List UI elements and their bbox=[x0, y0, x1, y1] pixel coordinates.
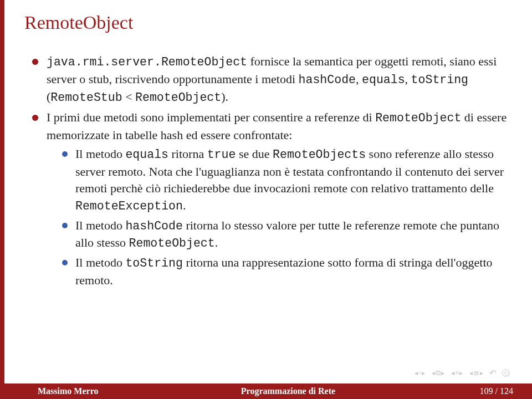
code-segment: true bbox=[207, 148, 236, 161]
code-segment: toString bbox=[411, 73, 468, 86]
overlap-icon: ⧉ bbox=[436, 369, 441, 377]
code-segment: equals bbox=[125, 148, 168, 161]
triangle-right-icon: ▸ bbox=[459, 369, 463, 377]
code-segment: RemoteStub bbox=[50, 91, 122, 104]
code-segment: RemoteObject bbox=[375, 111, 461, 125]
nav-first-group[interactable]: ◂▫▸ bbox=[414, 369, 426, 377]
nav-section-group[interactable]: ◂⧉▸ bbox=[431, 369, 445, 377]
sub-bullet-item-1: Il metodo equals ritorna true se due Rem… bbox=[62, 146, 508, 214]
footer-bar: Massimo Merro Programmazione di Rete 109… bbox=[0, 383, 532, 399]
bullet-item-2: I primi due metodi sono implementati per… bbox=[32, 109, 508, 289]
code-segment: equals bbox=[362, 73, 405, 86]
text-segment: . bbox=[215, 236, 218, 249]
text-segment: se due bbox=[236, 147, 273, 161]
bullet-list: java.rmi.server.RemoteObject fornisce la… bbox=[24, 53, 508, 289]
nav-frame-group[interactable]: ◂≣▸ bbox=[469, 369, 484, 377]
text-segment: , bbox=[356, 72, 362, 86]
triangle-right-icon: ▸ bbox=[479, 369, 484, 377]
nav-back-icon[interactable]: ↶ bbox=[489, 368, 497, 378]
code-segment: RemoteObject bbox=[129, 237, 215, 250]
footer-title: Programmazione di Rete bbox=[166, 386, 410, 396]
text-segment: Il metodo bbox=[75, 218, 125, 232]
sub-bullet-list: Il metodo equals ritorna true se due Rem… bbox=[47, 146, 508, 289]
code-segment: RemoteException bbox=[75, 200, 183, 213]
code-segment: hashCode bbox=[299, 73, 356, 86]
triangle-left-icon: ◂ bbox=[431, 369, 436, 377]
nav-subsection-group[interactable]: ◂≡▸ bbox=[451, 369, 463, 377]
footer-page-number: 109 / 124 bbox=[410, 386, 532, 396]
nav-search-icon[interactable] bbox=[502, 369, 510, 377]
triangle-right-icon: ▸ bbox=[441, 369, 445, 377]
lines-icon: ≡ bbox=[455, 369, 459, 377]
accent-sidebar bbox=[0, 0, 4, 399]
lines-icon: ≣ bbox=[473, 369, 479, 377]
sub-bullet-item-3: Il metodo toString ritorna una rappresen… bbox=[62, 254, 508, 289]
slide-title: RemoteObject bbox=[24, 12, 508, 33]
text-segment: Il metodo bbox=[75, 255, 125, 269]
slide-footer: ◂▫▸ ◂⧉▸ ◂≡▸ ◂≣▸ ↶ Massimo Merro Programm… bbox=[0, 368, 532, 399]
bullet-item-1: java.rmi.server.RemoteObject fornisce la… bbox=[32, 53, 508, 106]
triangle-right-icon: ▸ bbox=[421, 369, 426, 377]
code-segment: RemoteObject bbox=[135, 91, 221, 104]
triangle-left-icon: ◂ bbox=[414, 369, 418, 377]
text-segment: , bbox=[405, 72, 411, 86]
footer-author: Massimo Merro bbox=[0, 386, 166, 396]
triangle-left-icon: ◂ bbox=[451, 369, 455, 377]
code-segment: RemoteObjects bbox=[273, 148, 366, 161]
nav-controls: ◂▫▸ ◂⧉▸ ◂≡▸ ◂≣▸ ↶ bbox=[414, 368, 510, 378]
code-segment: hashCode bbox=[125, 219, 182, 233]
code-segment: toString bbox=[125, 257, 182, 270]
sub-bullet-item-2: Il metodo hashCode ritorna lo stesso val… bbox=[62, 217, 508, 253]
text-segment: Il metodo bbox=[75, 147, 125, 161]
slide-content: RemoteObject java.rmi.server.RemoteObjec… bbox=[0, 0, 532, 368]
text-segment: I primi due metodi sono implementati per… bbox=[47, 110, 375, 124]
code-segment: java.rmi.server.RemoteObject bbox=[47, 55, 247, 69]
text-segment: ritorna bbox=[168, 147, 207, 161]
text-segment: . bbox=[183, 198, 186, 212]
text-segment: < bbox=[122, 90, 135, 104]
text-segment: ). bbox=[221, 90, 228, 104]
triangle-left-icon: ◂ bbox=[469, 369, 473, 377]
